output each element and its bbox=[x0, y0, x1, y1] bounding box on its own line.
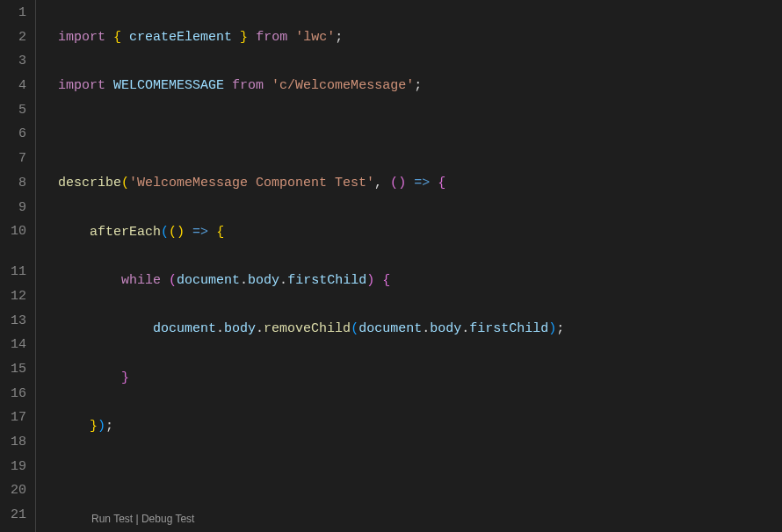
paren: ( bbox=[351, 321, 358, 336]
identifier: document bbox=[177, 273, 240, 288]
code-line[interactable]: afterEach(() => { bbox=[58, 220, 782, 245]
paren: ) bbox=[366, 273, 374, 288]
code-line[interactable]: document.body.removeChild(document.body.… bbox=[58, 317, 782, 341]
identifier: createElement bbox=[129, 30, 232, 45]
code-line[interactable]: describe('WelcomeMessage Component Test'… bbox=[58, 171, 782, 196]
punct: . bbox=[279, 273, 287, 288]
codelens: Run Test | Debug Test bbox=[58, 509, 782, 528]
line-number: 7 bbox=[0, 147, 26, 171]
line-number: 6 bbox=[0, 122, 26, 147]
identifier: body bbox=[248, 273, 279, 288]
line-number: 16 bbox=[0, 382, 26, 406]
paren: ) bbox=[177, 225, 185, 240]
code-line[interactable]: } bbox=[58, 366, 782, 391]
punct: . bbox=[422, 321, 430, 336]
identifier: body bbox=[224, 321, 256, 336]
line-number: 15 bbox=[0, 357, 26, 382]
paren: ( bbox=[169, 273, 177, 288]
string: 'lwc' bbox=[295, 30, 335, 45]
paren: ( bbox=[390, 176, 398, 191]
keyword-while: while bbox=[121, 273, 161, 288]
paren: ( bbox=[161, 225, 169, 240]
line-number: 2 bbox=[0, 25, 26, 50]
fn-aftereach: afterEach bbox=[90, 225, 161, 240]
punct: ; bbox=[335, 30, 343, 45]
brace: { bbox=[438, 176, 445, 191]
arrow: => bbox=[192, 225, 208, 240]
punct: ; bbox=[414, 78, 422, 93]
punct: ; bbox=[556, 321, 564, 336]
paren: ( bbox=[121, 176, 129, 191]
keyword-import: import bbox=[58, 30, 105, 45]
identifier: body bbox=[430, 321, 461, 336]
brace: } bbox=[90, 419, 98, 434]
punct: . bbox=[216, 321, 224, 336]
code-line[interactable]: import WELCOMEMESSAGE from 'c/WelcomeMes… bbox=[58, 74, 782, 98]
line-number: 19 bbox=[0, 455, 26, 479]
identifier: document bbox=[153, 321, 216, 336]
line-number: 11 bbox=[0, 244, 26, 284]
code-line[interactable] bbox=[58, 464, 782, 488]
brace: { bbox=[113, 30, 121, 45]
code-area[interactable]: import { createElement } from 'lwc'; imp… bbox=[35, 0, 782, 532]
line-number: 21 bbox=[0, 503, 26, 528]
identifier: WELCOMEMESSAGE bbox=[113, 78, 224, 93]
punct: . bbox=[240, 273, 248, 288]
line-number: 17 bbox=[0, 406, 26, 430]
brace: { bbox=[382, 273, 390, 288]
fn-call: removeChild bbox=[264, 321, 351, 336]
line-number-gutter: 1 2 3 4 5 6 7 8 9 10 11 12 13 14 15 16 1… bbox=[0, 0, 35, 532]
keyword-from: from bbox=[256, 30, 287, 45]
punct: . bbox=[461, 321, 469, 336]
codelens-run-test[interactable]: Run Test bbox=[91, 513, 133, 525]
paren: ) bbox=[398, 176, 406, 191]
codelens-debug-test[interactable]: Debug Test bbox=[141, 513, 195, 525]
string: 'WelcomeMessage Component Test' bbox=[129, 176, 374, 191]
code-editor[interactable]: 1 2 3 4 5 6 7 8 9 10 11 12 13 14 15 16 1… bbox=[0, 0, 782, 532]
paren: ) bbox=[548, 321, 556, 336]
code-line[interactable]: }); bbox=[58, 414, 782, 439]
line-number: 10 bbox=[0, 219, 26, 244]
code-line[interactable] bbox=[58, 123, 782, 147]
brace: } bbox=[240, 30, 248, 45]
arrow: => bbox=[414, 176, 430, 191]
punct: . bbox=[256, 321, 264, 336]
fn-describe: describe bbox=[58, 176, 121, 191]
identifier: firstChild bbox=[469, 321, 548, 336]
line-number: 20 bbox=[0, 478, 26, 503]
line-number: 3 bbox=[0, 49, 26, 74]
string: 'c/WelcomeMessage' bbox=[272, 78, 414, 93]
punct: ; bbox=[105, 419, 113, 434]
paren: ) bbox=[98, 419, 105, 434]
line-number: 14 bbox=[0, 333, 26, 357]
brace: { bbox=[216, 225, 224, 240]
line-number: 9 bbox=[0, 196, 26, 220]
identifier: document bbox=[358, 321, 422, 336]
keyword-import: import bbox=[58, 78, 105, 93]
line-number: 13 bbox=[0, 309, 26, 334]
codelens-sep: | bbox=[133, 513, 141, 525]
line-number: 12 bbox=[0, 284, 26, 309]
code-line[interactable]: while (document.body.firstChild) { bbox=[58, 269, 782, 293]
code-line[interactable]: import { createElement } from 'lwc'; bbox=[58, 25, 782, 50]
paren: ( bbox=[169, 225, 177, 240]
line-number: 5 bbox=[0, 98, 26, 123]
brace: } bbox=[121, 370, 129, 385]
line-number: 8 bbox=[0, 171, 26, 196]
punct: , bbox=[374, 176, 382, 191]
line-number: 4 bbox=[0, 74, 26, 98]
identifier: firstChild bbox=[287, 273, 366, 288]
keyword-from: from bbox=[232, 78, 264, 93]
line-number: 1 bbox=[0, 1, 26, 25]
line-number: 18 bbox=[0, 430, 26, 455]
